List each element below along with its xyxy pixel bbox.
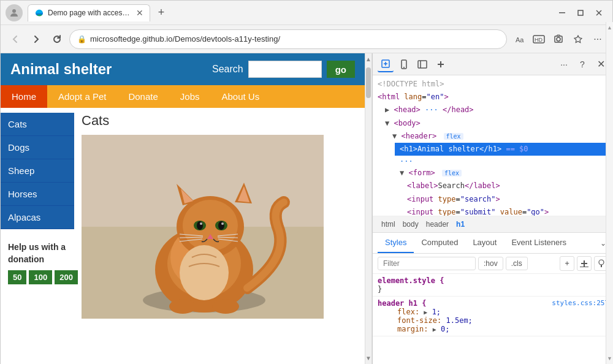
panel-tabs: Styles Computed Layout Event Listeners ⌄ [373,233,613,254]
dom-html[interactable]: <html lang="en"> [373,91,606,104]
address-bar[interactable]: 🔒 microsoftedge.github.io/Demos/devtools… [69,29,507,49]
svg-rect-50 [601,265,602,267]
screenshot-icon[interactable] [550,31,567,48]
style-prop-margin: margin: ▶ 0; [387,325,609,333]
dom-form-more[interactable]: ··· [373,156,606,167]
hd-icon[interactable]: HD [530,31,547,48]
refresh-button[interactable] [48,31,66,48]
nav-bar: Home Adopt a Pet Donate Jobs About Us [1,85,365,108]
settings-icon[interactable]: ··· [589,31,606,48]
search-input[interactable] [248,61,322,78]
read-aloud-icon[interactable]: Aa [511,31,528,48]
dom-more-button[interactable]: ··· [395,156,418,166]
svg-point-28 [221,222,224,225]
devtools-add-button[interactable] [433,56,449,72]
search-go-button[interactable]: go [327,61,355,78]
filter-hov-button[interactable]: :hov [478,257,503,270]
new-property-button[interactable] [577,256,592,271]
panel-tabs-more[interactable]: ⌄ [598,237,609,250]
filter-input[interactable] [378,257,476,270]
breadcrumb-html[interactable]: html [378,219,399,230]
profile-icon[interactable] [6,4,23,21]
tab-event-listeners[interactable]: Event Listeners [504,233,574,253]
devtools-device-button[interactable] [396,56,412,72]
forward-button[interactable] [28,31,45,48]
tab-title: Demo page with accessibility iss [48,9,132,17]
sidebar-item-dogs[interactable]: Dogs [1,136,74,159]
breadcrumb-h1[interactable]: h1 [452,219,468,230]
filter-cls-button[interactable]: .cls [506,257,528,270]
svg-point-10 [557,37,560,41]
donation-100-button[interactable]: 100 [29,270,52,284]
site-body: Cats Dogs Sheep Horses Alpacas Help us w… [1,108,365,364]
nav-item-donate[interactable]: Donate [117,85,169,108]
devtools-help-button[interactable]: ? [574,56,590,72]
site-title: Animal shelter [10,61,112,78]
nav-item-jobs[interactable]: Jobs [169,85,211,108]
sidebar-item-horses[interactable]: Horses [1,183,74,206]
nav-item-about[interactable]: About Us [210,85,270,108]
dom-label[interactable]: <label>Search</label> [402,180,606,192]
active-tab[interactable]: Demo page with accessibility iss ✕ [28,4,150,21]
svg-rect-42 [418,61,427,68]
browser-window: Demo page with accessibility iss ✕ + [0,0,613,364]
svg-rect-3 [578,10,583,15]
dom-input-submit[interactable]: <input type="submit" value="go"> [402,206,606,216]
sidebar-item-sheep[interactable]: Sheep [1,159,74,183]
devtools-sidebar-toggle[interactable] [414,56,430,72]
tab-styles[interactable]: Styles [378,233,414,253]
style-prop-font-size: font-size: 1.5em; [387,316,609,325]
breadcrumb-header[interactable]: header [422,219,452,230]
main-area: Animal shelter Search go Home Adopt a Pe… [1,53,613,364]
page-heading: Cats [82,113,357,129]
devtools-close-button[interactable]: ✕ [593,56,609,72]
page-scrollbar[interactable]: ▲ ▼ [365,53,372,364]
dom-h1-selected[interactable]: <h1>Animal shelter</h1> == $0 [395,143,606,156]
search-form: Search go [212,61,355,78]
svg-text:Aa: Aa [516,36,524,44]
title-bar: Demo page with accessibility iss ✕ + [1,1,612,25]
color-picker-button[interactable] [594,256,609,271]
dom-body[interactable]: ▼ <body> [380,117,606,130]
devtools-overflow-button[interactable]: ··· [556,56,572,72]
svg-point-25 [197,221,203,230]
dom-tree-scrollbar[interactable]: ▲ ▼ [606,75,613,216]
lock-icon: 🔒 [77,35,86,44]
style-selector-element: element.style { [378,276,609,285]
nav-item-adopt[interactable]: Adopt a Pet [47,85,117,108]
donation-50-button[interactable]: 50 [8,270,26,284]
back-button[interactable] [7,31,24,48]
style-rule-header-h1-header: header h1 { styles.css:257 [378,299,609,308]
svg-rect-48 [580,267,588,267]
tab-bar: Demo page with accessibility iss ✕ + [28,4,554,21]
dom-input-search[interactable]: <input type="search"> [402,193,606,206]
new-style-rule-button[interactable]: + [560,256,574,271]
minimize-button[interactable] [554,4,571,21]
maximize-button[interactable] [572,4,589,21]
dom-head[interactable]: ▶ <head> ··· </head> [380,104,606,116]
search-label: Search [212,64,243,75]
svg-point-27 [200,222,202,225]
svg-text:HD: HD [535,37,543,43]
browser-toolbar: 🔒 microsoftedge.github.io/Demos/devtools… [1,25,612,53]
dom-header[interactable]: ▼ <header> flex [387,130,606,143]
dom-form[interactable]: ▼ <form> flex [395,167,606,180]
svg-point-26 [218,221,224,230]
breadcrumb-body[interactable]: body [399,219,422,230]
tab-layout[interactable]: Layout [465,233,504,253]
dom-tree-container: <!DOCTYPE html> <html lang="en"> ▶ <head… [373,75,613,216]
tab-close-button[interactable]: ✕ [136,8,143,18]
tab-computed[interactable]: Computed [414,233,465,253]
sidebar-item-alpacas[interactable]: Alpacas [1,206,74,229]
sidebar-item-cats[interactable]: Cats [1,113,74,136]
new-tab-button[interactable]: + [153,4,170,21]
close-button[interactable] [590,4,607,21]
nav-item-home[interactable]: Home [1,85,47,108]
favorites-icon[interactable] [569,31,587,48]
devtools-inspect-button[interactable] [378,56,394,72]
breadcrumb-bar: html body header h1 [373,216,613,233]
svg-rect-2 [559,12,565,13]
style-link-h1[interactable]: styles.css:257 [552,299,609,308]
devtools-more-options: ··· ? ✕ [556,56,609,72]
styles-panel: :hov .cls + element.style { [373,254,613,364]
